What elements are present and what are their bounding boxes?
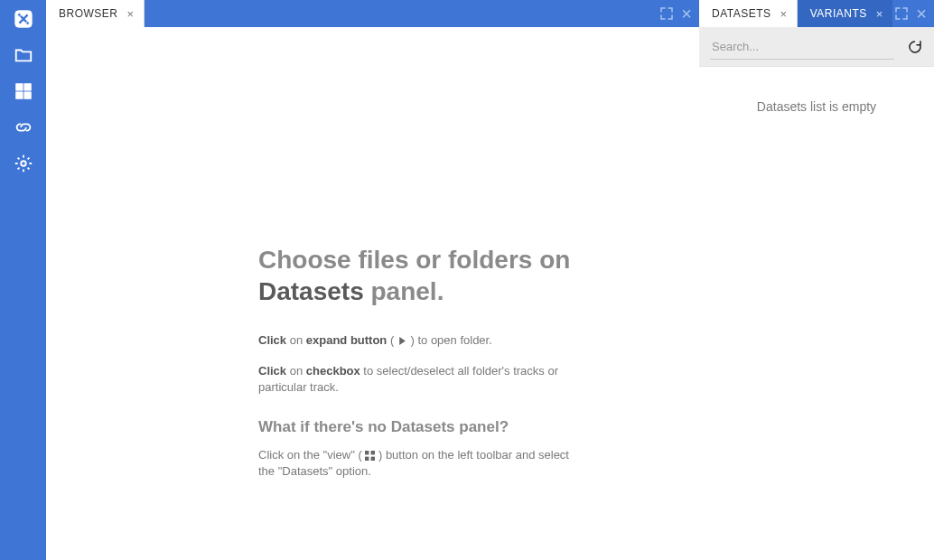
datasets-search-row bbox=[699, 27, 934, 67]
close-panel-icon[interactable]: × bbox=[681, 5, 692, 23]
empty-line3: Click on the "view" ( ) button on the le… bbox=[258, 447, 584, 480]
folder-icon[interactable] bbox=[14, 45, 33, 65]
tab-variants[interactable]: VARIANTS × bbox=[798, 0, 892, 27]
close-icon[interactable]: × bbox=[780, 8, 788, 20]
tab-datasets[interactable]: DATASETS × bbox=[699, 0, 798, 27]
main-tabbar: BROWSER × × bbox=[46, 0, 699, 27]
empty-line1: Click on expand button ( ) to open folde… bbox=[258, 332, 584, 349]
tab-label: VARIANTS bbox=[810, 7, 867, 20]
main-panel: BROWSER × × Choose files or folders on D… bbox=[46, 0, 699, 560]
maximize-icon[interactable] bbox=[659, 6, 674, 21]
svg-rect-5 bbox=[15, 92, 22, 98]
main-panel-controls: × bbox=[659, 0, 699, 27]
datasets-empty-message: Datasets list is empty bbox=[699, 99, 934, 114]
svg-rect-4 bbox=[23, 84, 30, 90]
browser-empty-state: Choose files or folders on Datasets pane… bbox=[258, 244, 584, 480]
svg-rect-8 bbox=[365, 451, 369, 454]
svg-rect-10 bbox=[365, 456, 369, 460]
link-icon[interactable] bbox=[14, 117, 33, 137]
svg-point-2 bbox=[25, 22, 29, 25]
empty-subheading: What if there's no Datasets panel? bbox=[258, 418, 584, 436]
tab-label: DATASETS bbox=[712, 7, 771, 20]
right-panel: DATASETS × VARIANTS × × Datasets list is… bbox=[699, 0, 934, 560]
left-toolbar bbox=[0, 0, 46, 560]
refresh-icon[interactable] bbox=[907, 39, 923, 55]
maximize-icon[interactable] bbox=[894, 6, 909, 21]
search-input[interactable] bbox=[710, 34, 894, 60]
close-icon[interactable]: × bbox=[127, 8, 135, 20]
svg-point-7 bbox=[21, 161, 26, 166]
right-panel-controls: × bbox=[894, 0, 934, 27]
svg-point-1 bbox=[17, 14, 21, 17]
play-icon bbox=[397, 336, 407, 346]
empty-line2: Click on checkbox to select/deselect all… bbox=[258, 363, 584, 396]
logo-icon[interactable] bbox=[14, 9, 33, 29]
datasets-content: Datasets list is empty bbox=[699, 27, 934, 560]
tab-label: BROWSER bbox=[59, 7, 118, 20]
close-panel-icon[interactable]: × bbox=[916, 5, 927, 23]
right-tabbar: DATASETS × VARIANTS × × bbox=[699, 0, 934, 27]
empty-heading: Choose files or folders on Datasets pane… bbox=[258, 244, 584, 307]
svg-rect-6 bbox=[23, 92, 30, 98]
close-icon[interactable]: × bbox=[876, 8, 883, 20]
svg-rect-3 bbox=[15, 84, 22, 90]
tab-browser[interactable]: BROWSER × bbox=[46, 0, 145, 27]
settings-icon[interactable] bbox=[14, 154, 33, 173]
view-icon[interactable] bbox=[14, 81, 33, 101]
grid-icon bbox=[365, 451, 375, 461]
browser-content: Choose files or folders on Datasets pane… bbox=[46, 27, 699, 560]
